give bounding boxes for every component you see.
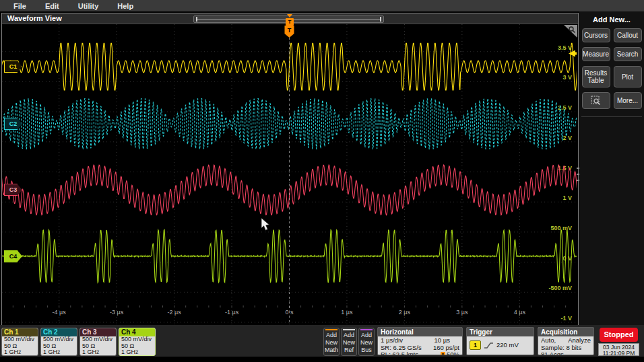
trigger-position-caret-icon — [287, 14, 292, 17]
time-tick-label: -3 µs — [110, 309, 124, 316]
bottom-settings-bar: Ch 1500 mV/div50 Ω1 GHzCh 2500 mV/div50 … — [0, 325, 644, 357]
menu-edit[interactable]: Edit — [36, 1, 69, 11]
voltage-tick-label: 3.5 V — [558, 44, 572, 51]
acquisition-count: 81 Acqs — [541, 351, 591, 355]
add-new-panel: Add New... CursorsCalloutMeasureSearchRe… — [579, 11, 644, 325]
label-line: Ref — [342, 347, 356, 354]
add-new-callout-button[interactable]: Callout — [614, 28, 642, 42]
voltage-tick-label: -1 V — [560, 315, 572, 322]
add-new-plot-button[interactable]: Plot — [614, 66, 642, 87]
horizontal-panel[interactable]: Horizontal 1 µs/div 10 µs SR: 6.25 GS/s … — [377, 327, 463, 355]
channel-bandwidth: 1 GHz — [2, 349, 38, 356]
trigger-level: 220 mV — [496, 342, 519, 349]
mouse-cursor — [261, 218, 269, 230]
add-new-results-table-button[interactable]: Results Table — [582, 66, 610, 87]
panel-divider — [581, 116, 642, 117]
horizontal-overview-slider[interactable]: T — [193, 15, 384, 23]
channel-bandwidth: 1 GHz — [119, 349, 155, 356]
label-line: New — [359, 339, 374, 347]
time-tick-label: -1 µs — [225, 309, 239, 316]
channel-bandwidth: 1 GHz — [80, 349, 116, 356]
add-new-title: Add New... — [579, 11, 644, 24]
channel-badge-4[interactable]: Ch 4500 mV/div50 Ω1 GHz — [119, 328, 156, 356]
time-tick-label: 3 µs — [456, 309, 468, 316]
voltage-tick-label: 1 V — [562, 194, 572, 201]
svg-text:T: T — [288, 27, 292, 34]
datetime-display: 03 Jun 2024 11:21:09 PM — [598, 343, 639, 356]
add-new-cursors-button[interactable]: Cursors — [582, 28, 610, 42]
add-new-bus-button[interactable]: AddNewBus — [358, 328, 375, 356]
channel-badge-2[interactable]: Ch 2500 mV/div50 Ω1 GHz — [40, 328, 77, 356]
horizontal-panel-title: Horizontal — [378, 328, 462, 336]
voltage-tick-label: 0 V — [562, 255, 572, 262]
channel-badge-3[interactable]: Ch 3500 mV/div50 Ω1 GHz — [79, 328, 117, 356]
horizontal-position: 50% — [441, 351, 459, 355]
time-tick-label: 4 µs — [514, 309, 526, 316]
time-tick-label: -4 µs — [53, 309, 67, 316]
label-line: Bus — [359, 347, 374, 354]
menu-bar: FileEditUtilityHelp — [0, 0, 644, 11]
accent-stripe — [343, 329, 355, 330]
label-line: Math — [324, 347, 339, 354]
acquisition-analyze: Analyze — [568, 337, 591, 345]
time-axis-labels: -4 µs-3 µs-2 µs-1 µs0 s1 µs2 µs3 µs4 µs — [53, 309, 526, 316]
overview-right-bracket — [380, 17, 381, 22]
acquisition-mode: Auto, — [541, 337, 556, 345]
waveform-plot[interactable]: -4 µs-3 µs-2 µs-1 µs0 s1 µs2 µs3 µs4 µs3… — [2, 24, 577, 324]
time-tick-label: 2 µs — [399, 309, 411, 316]
label-line: Add — [324, 332, 339, 339]
add-new-measure-button[interactable]: Measure — [582, 47, 610, 61]
horizontal-record-length: RL: 62.5 kpts — [381, 351, 418, 355]
zoom-box-icon — [591, 96, 601, 106]
trigger-position-marker-icon[interactable]: T — [286, 18, 294, 26]
accent-stripe — [325, 329, 337, 330]
run-stop-button[interactable]: Stopped — [600, 328, 638, 342]
label-line: New — [342, 339, 356, 347]
rising-edge-icon — [484, 342, 493, 349]
add-new-math-button[interactable]: AddNewMath — [323, 328, 340, 356]
acquisition-panel[interactable]: Acquisition Auto, Analyze Sample: 8 bits… — [538, 327, 594, 355]
trigger-source-badge: 1 — [470, 340, 481, 350]
menu-help[interactable]: Help — [108, 1, 143, 11]
position-indicator-icon — [441, 352, 445, 355]
label-line: Add — [342, 332, 356, 339]
trigger-panel-title: Trigger — [467, 328, 534, 336]
voltage-axis-labels: 3.5 V3 V2.5 V2 V1.5 V1 V500 mV0 V-500 mV… — [548, 44, 572, 322]
waveform-view-window: Waveform View T -4 µs-3 µs-2 µs-1 µs0 s1… — [1, 13, 579, 326]
add-new-more-button[interactable]: More... — [614, 92, 642, 109]
menu-file[interactable]: File — [4, 1, 36, 11]
time-label: 11:21:09 PM — [599, 351, 639, 357]
add-new-search-button[interactable]: Search — [614, 47, 642, 61]
trigger-flag-icon[interactable]: T — [285, 26, 294, 38]
acquisition-panel-title: Acquisition — [538, 328, 593, 336]
accent-stripe — [360, 329, 373, 330]
menu-utility[interactable]: Utility — [69, 1, 108, 11]
voltage-tick-label: -500 mV — [548, 285, 572, 291]
time-tick-label: 1 µs — [341, 309, 353, 316]
channel-bandwidth: 1 GHz — [41, 349, 77, 356]
time-tick-label: -2 µs — [167, 309, 181, 316]
waveform-view-titlebar: Waveform View T — [2, 13, 578, 24]
zoom-mode-button[interactable] — [582, 92, 610, 109]
label-line: Add — [359, 332, 374, 339]
horizontal-scale: 1 µs/div — [381, 337, 403, 345]
trigger-panel[interactable]: Trigger 1 220 mV — [466, 327, 534, 355]
label-line: New — [324, 339, 339, 347]
channel-badge-1[interactable]: Ch 1500 mV/div50 Ω1 GHz — [1, 328, 38, 356]
voltage-tick-label: 2 V — [562, 135, 572, 141]
voltage-tick-label: 3 V — [562, 74, 572, 81]
add-new-ref-button[interactable]: AddNewRef — [341, 328, 357, 356]
horizontal-window: 10 µs — [434, 337, 450, 345]
